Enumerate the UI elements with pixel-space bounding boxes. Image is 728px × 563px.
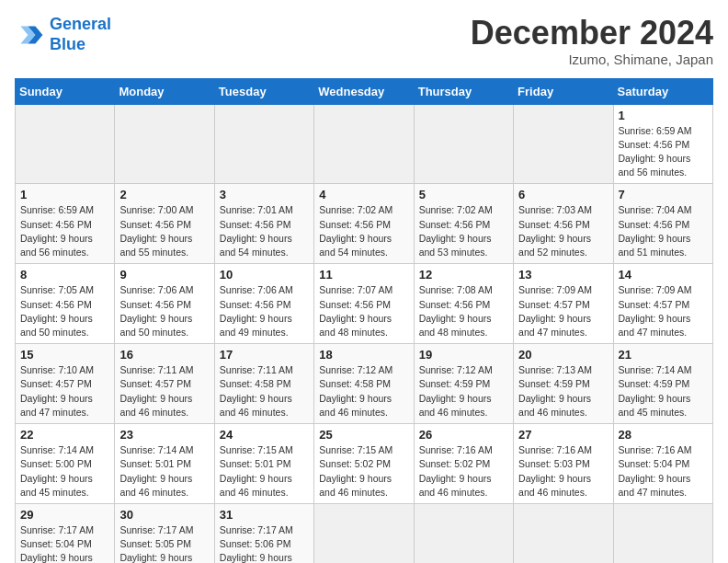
calendar-day: 25 Sunrise: 7:15 AMSunset: 5:02 PMDaylig… [314,424,414,504]
day-info: Sunrise: 7:06 AMSunset: 4:56 PMDaylight:… [119,283,209,339]
empty-cell [214,104,313,184]
day-info: Sunrise: 7:15 AMSunset: 5:02 PMDaylight:… [319,443,408,500]
calendar-day: 19 Sunrise: 7:12 AMSunset: 4:59 PMDaylig… [414,344,513,424]
day-info: Sunrise: 7:08 AMSunset: 4:56 PMDaylight:… [419,283,508,339]
empty-cell [414,104,513,184]
day-number: 29 [20,508,109,522]
header-day-tuesday: Tuesday [214,78,313,104]
day-info: Sunrise: 7:01 AMSunset: 4:56 PMDaylight:… [220,203,309,259]
calendar-day: 17 Sunrise: 7:11 AMSunset: 4:58 PMDaylig… [214,344,313,424]
day-info: Sunrise: 7:13 AMSunset: 4:59 PMDaylight:… [518,363,608,419]
day-info: Sunrise: 7:11 AMSunset: 4:57 PMDaylight:… [119,363,209,419]
day-info: Sunrise: 7:02 AMSunset: 4:56 PMDaylight:… [419,203,508,259]
empty-cell [514,104,613,184]
calendar-day: 30 Sunrise: 7:17 AMSunset: 5:05 PMDaylig… [115,503,214,563]
calendar-day: 12 Sunrise: 7:08 AMSunset: 4:56 PMDaylig… [414,264,513,344]
day-info: Sunrise: 7:11 AMSunset: 4:58 PMDaylight:… [220,363,309,419]
day-number: 19 [419,348,508,362]
empty-cell [115,104,214,184]
calendar-day: 31 Sunrise: 7:17 AMSunset: 5:06 PMDaylig… [214,503,313,563]
header-day-sunday: Sunday [16,78,115,104]
day-number: 14 [619,268,708,282]
day-info: Sunrise: 7:17 AMSunset: 5:05 PMDaylight:… [119,523,209,563]
logo-icon [15,20,44,50]
location: Izumo, Shimane, Japan [471,52,713,67]
day-info: Sunrise: 7:12 AMSunset: 4:58 PMDaylight:… [319,363,408,419]
day-number: 25 [319,428,408,442]
calendar-day: 1 Sunrise: 6:59 AMSunset: 4:56 PMDayligh… [16,184,115,264]
day-info: Sunrise: 7:09 AMSunset: 4:57 PMDaylight:… [619,283,708,339]
calendar-week-4: 15 Sunrise: 7:10 AMSunset: 4:57 PMDaylig… [16,344,713,424]
calendar-day: 14 Sunrise: 7:09 AMSunset: 4:57 PMDaylig… [613,264,712,344]
calendar-day [414,503,513,563]
day-number: 20 [518,348,608,362]
calendar-day: 5 Sunrise: 7:02 AMSunset: 4:56 PMDayligh… [414,184,513,264]
day-number: 21 [619,348,708,362]
calendar-week-2: 1 Sunrise: 6:59 AMSunset: 4:56 PMDayligh… [16,184,713,264]
empty-cell [16,104,115,184]
calendar-day: 2 Sunrise: 7:00 AMSunset: 4:56 PMDayligh… [115,184,214,264]
calendar-table: SundayMondayTuesdayWednesdayThursdayFrid… [15,78,713,563]
logo: General Blue [15,15,111,54]
calendar-week-6: 29 Sunrise: 7:17 AMSunset: 5:04 PMDaylig… [16,503,713,563]
day-number: 24 [220,428,309,442]
header-day-wednesday: Wednesday [314,78,414,104]
day-number: 17 [220,348,309,362]
day-info: Sunrise: 7:07 AMSunset: 4:56 PMDaylight:… [319,283,408,339]
day-info: Sunrise: 7:02 AMSunset: 4:56 PMDaylight:… [319,203,408,259]
day-number: 5 [419,188,508,201]
calendar-day: 26 Sunrise: 7:16 AMSunset: 5:02 PMDaylig… [414,424,513,504]
logo-general: General [50,15,111,33]
day-info: Sunrise: 7:15 AMSunset: 5:01 PMDaylight:… [220,443,309,500]
calendar-day: 9 Sunrise: 7:06 AMSunset: 4:56 PMDayligh… [115,264,214,344]
day-info: Sunrise: 7:12 AMSunset: 4:59 PMDaylight:… [419,363,508,419]
header-row: SundayMondayTuesdayWednesdayThursdayFrid… [16,78,713,104]
day-info: Sunrise: 7:04 AMSunset: 4:56 PMDaylight:… [619,203,708,259]
day-info: Sunrise: 7:17 AMSunset: 5:04 PMDaylight:… [20,523,109,563]
header-day-friday: Friday [514,78,613,104]
title-block: December 2024 Izumo, Shimane, Japan [471,15,713,67]
day-info: Sunrise: 7:09 AMSunset: 4:57 PMDaylight:… [518,283,608,339]
day-number: 6 [518,188,608,201]
calendar-day: 16 Sunrise: 7:11 AMSunset: 4:57 PMDaylig… [115,344,214,424]
day-number: 7 [619,188,708,201]
empty-cell [314,104,414,184]
calendar-day: 24 Sunrise: 7:15 AMSunset: 5:01 PMDaylig… [214,424,313,504]
day-info: Sunrise: 7:17 AMSunset: 5:06 PMDaylight:… [220,523,309,563]
calendar-body: 1 Sunrise: 6:59 AMSunset: 4:56 PMDayligh… [16,104,713,563]
day-info: Sunrise: 7:10 AMSunset: 4:57 PMDaylight:… [20,363,109,419]
day-number: 27 [518,428,608,442]
calendar-day: 10 Sunrise: 7:06 AMSunset: 4:56 PMDaylig… [214,264,313,344]
day-number: 9 [119,268,209,282]
day-info: Sunrise: 7:05 AMSunset: 4:56 PMDaylight:… [20,283,109,339]
page-header: General Blue December 2024 Izumo, Shiman… [15,15,713,67]
day-number: 2 [119,188,209,201]
day-number: 1 [619,109,708,122]
day-number: 1 [20,188,109,201]
logo-blue: Blue [50,35,85,53]
month-title: December 2024 [471,15,713,52]
calendar-day: 11 Sunrise: 7:07 AMSunset: 4:56 PMDaylig… [314,264,414,344]
day-number: 23 [119,428,209,442]
day-number: 16 [119,348,209,362]
calendar-day: 23 Sunrise: 7:14 AMSunset: 5:01 PMDaylig… [115,424,214,504]
day-number: 28 [619,428,708,442]
calendar-day: 3 Sunrise: 7:01 AMSunset: 4:56 PMDayligh… [214,184,313,264]
day-number: 8 [20,268,109,282]
day-info: Sunrise: 7:14 AMSunset: 5:00 PMDaylight:… [20,443,109,500]
calendar-day: 20 Sunrise: 7:13 AMSunset: 4:59 PMDaylig… [514,344,613,424]
calendar-day [613,503,712,563]
calendar-day: 13 Sunrise: 7:09 AMSunset: 4:57 PMDaylig… [514,264,613,344]
calendar-day: 4 Sunrise: 7:02 AMSunset: 4:56 PMDayligh… [314,184,414,264]
calendar-day: 22 Sunrise: 7:14 AMSunset: 5:00 PMDaylig… [16,424,115,504]
day-number: 11 [319,268,408,282]
day-number: 15 [20,348,109,362]
calendar-day: 21 Sunrise: 7:14 AMSunset: 4:59 PMDaylig… [613,344,712,424]
day-number: 22 [20,428,109,442]
calendar-day: 1 Sunrise: 6:59 AMSunset: 4:56 PMDayligh… [613,104,712,184]
day-number: 10 [220,268,309,282]
day-info: Sunrise: 7:03 AMSunset: 4:56 PMDaylight:… [518,203,608,259]
calendar-day: 7 Sunrise: 7:04 AMSunset: 4:56 PMDayligh… [613,184,712,264]
header-day-thursday: Thursday [414,78,513,104]
day-number: 12 [419,268,508,282]
